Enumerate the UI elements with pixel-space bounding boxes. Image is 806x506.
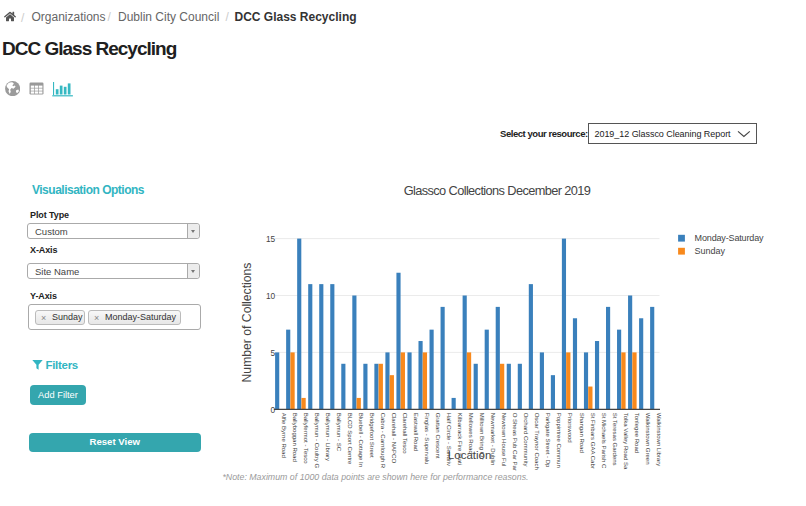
svg-text:10: 10 xyxy=(266,291,276,301)
svg-text:Clarehall Tesco: Clarehall Tesco xyxy=(402,413,408,455)
svg-text:Orchard Community: Orchard Community xyxy=(523,413,529,467)
svg-text:15: 15 xyxy=(266,234,276,244)
svg-text:Parkgate Street - Dp: Parkgate Street - Dp xyxy=(545,413,551,468)
svg-text:St Teresas Gardens: St Teresas Gardens xyxy=(612,413,618,466)
svg-text:Priorswood: Priorswood xyxy=(567,413,573,443)
svg-text:Location: Location xyxy=(448,449,491,461)
svg-text:Number of Collections: Number of Collections xyxy=(240,263,254,383)
svg-text:Poppintree Commun: Poppintree Commun xyxy=(556,413,562,468)
svg-text:Ballyfermot - Tesco: Ballyfermot - Tesco xyxy=(303,413,309,465)
svg-text:Bridgefoot Street: Bridgefoot Street xyxy=(369,413,375,458)
svg-text:Eastwall Road: Eastwall Road xyxy=(413,413,419,451)
svg-text:BLCD Sport Centre: BLCD Sport Centre xyxy=(347,413,353,465)
svg-text:5: 5 xyxy=(271,348,276,358)
svg-text:Ballyboggan Road: Ballyboggan Road xyxy=(292,413,298,462)
svg-text:Finglas - Supervalu: Finglas - Supervalu xyxy=(424,413,430,465)
svg-text:St Michaels Parish C: St Michaels Parish C xyxy=(601,413,607,469)
svg-text:Monday-Saturday: Monday-Saturday xyxy=(695,233,764,243)
svg-text:Oscar Traynor Coach: Oscar Traynor Coach xyxy=(534,413,540,470)
svg-text:Ballymun - SC: Ballymun - SC xyxy=(336,413,342,452)
svg-text:Ballymun - Library: Ballymun - Library xyxy=(325,413,331,461)
svg-text:Tonlegee Road: Tonlegee Road xyxy=(634,413,640,453)
svg-text:St Finbars GAA Cabr: St Finbars GAA Cabr xyxy=(590,413,596,469)
svg-text:Newtown House Ful: Newtown House Ful xyxy=(501,413,507,467)
svg-text:Sunday: Sunday xyxy=(695,246,726,256)
svg-text:*Note: Maximum of 1000 data po: *Note: Maximum of 1000 data points are s… xyxy=(222,472,528,482)
svg-text:Cabra - Carnlough R: Cabra - Carnlough R xyxy=(380,413,386,469)
svg-text:Ballymun - Coultry G: Ballymun - Coultry G xyxy=(314,413,320,469)
svg-text:Walkinstown Green: Walkinstown Green xyxy=(645,413,651,465)
svg-text:Tolka Valley Road Sa: Tolka Valley Road Sa xyxy=(623,413,629,470)
svg-text:Alfie Byrne Road: Alfie Byrne Road xyxy=(281,413,287,458)
svg-text:Walkinstown Library: Walkinstown Library xyxy=(656,413,662,466)
svg-text:Grattan Crescent: Grattan Crescent xyxy=(435,413,441,459)
svg-text:Mellowes Road: Mellowes Road xyxy=(468,413,474,454)
svg-text:Bluebell - Cottage In: Bluebell - Cottage In xyxy=(358,413,364,467)
svg-text:Glassco Collections December 2: Glassco Collections December 2019 xyxy=(404,183,591,198)
svg-text:Clarehall - NAPCO: Clarehall - NAPCO xyxy=(391,413,397,464)
svg-text:O Sheas Pub Car Par: O Sheas Pub Car Par xyxy=(512,413,518,471)
svg-text:Shangan Road: Shangan Road xyxy=(579,413,585,453)
